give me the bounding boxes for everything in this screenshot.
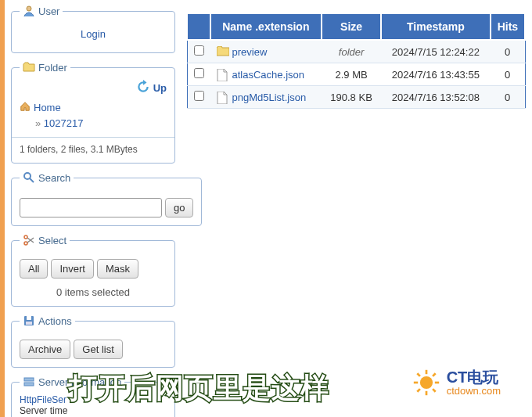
- breadcrumb-item[interactable]: 1027217: [35, 117, 167, 129]
- file-name: preview: [232, 46, 268, 58]
- select-legend-text: Select: [38, 235, 66, 246]
- sun-icon: [412, 368, 440, 397]
- folder-legend-text: Folder: [38, 62, 67, 74]
- actions-legend-text: Actions: [38, 315, 72, 327]
- file-size: 2.9 MB: [322, 63, 381, 86]
- getlist-button[interactable]: Get list: [74, 340, 122, 359]
- svg-line-18: [433, 373, 436, 376]
- file-ts: 2024/7/15 12:24:22: [381, 40, 491, 63]
- user-panel: User Login: [11, 5, 175, 53]
- actions-legend: Actions: [20, 315, 75, 327]
- svg-rect-6: [27, 316, 31, 320]
- disk-icon: [23, 315, 35, 327]
- wm-title: CT电玩: [447, 368, 501, 386]
- select-status: 0 items selected: [20, 286, 167, 298]
- select-panel: Select All Invert Mask 0 items selected: [11, 234, 175, 307]
- search-legend: Search: [20, 171, 74, 184]
- home-label: Home: [34, 102, 61, 113]
- file-table: Name .extension Size Timestamp Hits prev…: [186, 13, 526, 109]
- folder-legend: Folder: [20, 61, 70, 74]
- file-hits: 0: [491, 63, 525, 86]
- svg-point-4: [24, 242, 27, 245]
- subtitle-overlay: 打开后网页里是这样: [69, 369, 329, 408]
- user-legend-text: User: [38, 5, 59, 17]
- search-panel: Search go: [11, 171, 202, 226]
- file-list: Name .extension Size Timestamp Hits prev…: [186, 13, 526, 417]
- file-icon: [217, 69, 228, 80]
- svg-line-15: [417, 373, 420, 376]
- table-row: pngMd5List.json190.8 KB2024/7/16 13:52:0…: [187, 86, 525, 109]
- file-ts: 2024/7/16 13:52:08: [381, 86, 491, 109]
- archive-button[interactable]: Archive: [20, 340, 70, 359]
- file-name: atlasCache.json: [232, 69, 305, 81]
- watermark: CT电玩 ctdown.com: [412, 368, 501, 397]
- select-legend: Select: [20, 234, 70, 246]
- row-checkbox[interactable]: [194, 91, 204, 101]
- file-size: folder: [322, 40, 381, 63]
- actions-panel: Actions Archive Get list: [11, 315, 175, 368]
- folder-stats: 1 folders, 2 files, 3.1 MBytes: [20, 144, 167, 155]
- refresh-up-icon[interactable]: [136, 80, 150, 96]
- hfs-link[interactable]: HttpFileSer: [20, 394, 66, 405]
- svg-line-17: [417, 389, 420, 392]
- select-invert-button[interactable]: Invert: [51, 259, 94, 279]
- login-link[interactable]: Login: [20, 23, 167, 45]
- svg-point-0: [27, 6, 31, 11]
- file-hits: 0: [491, 86, 525, 109]
- search-icon: [23, 171, 35, 184]
- select-all-button[interactable]: All: [20, 259, 48, 279]
- file-hits: 0: [491, 40, 525, 63]
- file-link[interactable]: preview: [217, 46, 316, 58]
- select-mask-button[interactable]: Mask: [97, 259, 138, 279]
- go-button[interactable]: go: [165, 198, 193, 217]
- home-icon: [20, 101, 31, 114]
- sidebar: User Login Folder Up: [11, 5, 175, 417]
- file-size: 190.8 KB: [322, 86, 381, 109]
- table-row: atlasCache.json2.9 MB2024/7/16 13:43:550: [187, 63, 525, 86]
- folder-panel: Folder Up Home 1027217 1 folders, 2 file…: [11, 61, 175, 164]
- svg-line-16: [433, 389, 436, 392]
- svg-rect-7: [26, 322, 32, 325]
- file-icon: [217, 92, 228, 102]
- svg-line-2: [30, 178, 34, 182]
- home-link[interactable]: Home: [20, 101, 167, 114]
- folder-icon: [217, 46, 228, 57]
- svg-rect-8: [24, 378, 34, 381]
- col-size[interactable]: Size: [322, 13, 381, 40]
- svg-point-1: [24, 173, 31, 179]
- divider: [12, 137, 174, 138]
- user-legend: User: [20, 5, 63, 17]
- file-ts: 2024/7/16 13:43:55: [381, 63, 491, 86]
- wm-sub: ctdown.com: [447, 386, 501, 397]
- svg-rect-9: [24, 383, 34, 386]
- col-hits[interactable]: Hits: [491, 13, 525, 40]
- table-row: previewfolder2024/7/15 12:24:220: [187, 40, 525, 63]
- server-time: Server time: [20, 405, 67, 416]
- folder-icon: [23, 61, 35, 74]
- col-ts[interactable]: Timestamp: [381, 13, 491, 40]
- server-icon: [23, 376, 35, 388]
- row-checkbox[interactable]: [194, 45, 204, 56]
- row-checkbox[interactable]: [194, 68, 204, 78]
- scissors-icon: [23, 234, 35, 246]
- file-name: pngMd5List.json: [232, 92, 307, 103]
- up-link[interactable]: Up: [153, 82, 167, 94]
- file-link[interactable]: pngMd5List.json: [217, 92, 316, 103]
- search-input[interactable]: [20, 198, 162, 217]
- col-name[interactable]: Name .extension: [210, 13, 322, 40]
- user-icon: [23, 5, 35, 17]
- file-link[interactable]: atlasCache.json: [217, 69, 316, 81]
- svg-point-3: [24, 235, 27, 239]
- svg-point-10: [420, 376, 433, 389]
- search-legend-text: Search: [38, 172, 70, 184]
